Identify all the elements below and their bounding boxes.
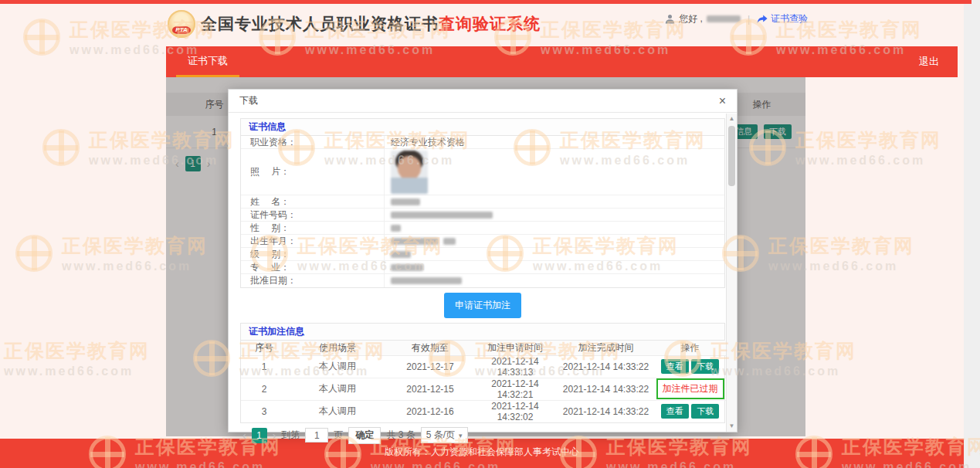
share-arrow-icon (757, 15, 768, 24)
copyright-text: 版权所有：人力资源和社会保障部人事考试中心 (385, 446, 579, 468)
portrait-photo-blurred (391, 151, 428, 194)
field-value: 经济专业技术资格 (385, 136, 724, 149)
col-complete-time: 加注完成时间 (558, 341, 654, 355)
user-bar: 您好 , | 证书查验 (665, 12, 808, 25)
cell-seq: 2 (241, 378, 287, 400)
scroll-down-icon[interactable]: ▼ (727, 421, 737, 432)
cert-verify-link[interactable]: 证书查验 (757, 12, 808, 25)
cert-info-section-title: 证书信息 (241, 119, 724, 136)
field-label: 专 业： (241, 261, 385, 273)
field-row-id-number: 证件号码： (241, 209, 724, 222)
field-label: 职业资格： (241, 136, 385, 148)
cell-applied: 2021-12-14 14:32:21 (473, 378, 558, 400)
field-row-qualification: 职业资格： 经济专业技术资格 (241, 136, 724, 149)
cell-scene: 本人调用 (287, 378, 388, 400)
modal-body: 证书信息 职业资格： 经济专业技术资格 照 片： 姓 名： 证件号码： 性 别： (240, 114, 725, 444)
next-page-arrow[interactable]: › (273, 429, 276, 442)
confirm-button[interactable]: 确定 (348, 427, 381, 444)
cell-seq: 1 (241, 355, 287, 378)
modal-header: 下载 × (229, 90, 737, 113)
modal-pagination: ‹ 1 › 到第 页 确定 共 3 条 5 条/页 ▾ (240, 427, 725, 444)
cell-applied: 2021-12-14 14:32:02 (473, 400, 558, 422)
site-title-accent: 查询验证系统 (439, 13, 541, 35)
brand-header: PTA 全国专业技术人员职业资格证书 查询验证系统 (168, 10, 541, 38)
tab-cert-download[interactable]: 证书下载 (176, 46, 239, 77)
med66-logo-icon (42, 129, 80, 166)
cell-applied: 2021-12-14 14:33:13 (473, 355, 558, 378)
user-icon (665, 14, 675, 24)
cell-completed: 2021-12-14 14:33:22 (558, 400, 654, 422)
col-scene: 使用场景 (287, 341, 388, 355)
med66-logo-icon (15, 235, 53, 272)
cell-completed: 2021-12-14 14:33:22 (558, 378, 654, 400)
greeting-text: 您好 , (679, 12, 703, 25)
annotation-row-1: 1 本人调用 2021-12-17 2021-12-14 14:33:13 20… (241, 355, 726, 378)
value-redacted (391, 277, 462, 284)
col-apply-time: 加注申请时间 (473, 341, 558, 355)
modal-title: 下载 (239, 94, 258, 107)
username-redacted (707, 15, 741, 22)
field-label: 姓 名： (241, 195, 385, 208)
field-label: 证件号码： (241, 209, 385, 221)
top-accent-bar (0, 0, 972, 4)
value-redacted (391, 264, 423, 271)
view-button[interactable]: 查看 (661, 404, 689, 419)
field-row-gender: 性 别： (241, 222, 724, 235)
cell-valid: 2021-12-16 (388, 400, 473, 422)
prev-page-arrow[interactable]: ‹ (242, 429, 246, 442)
annotation-section: 证书加注信息 序号 使用场景 有效期至 加注申请时间 加注完成时间 操作 1 (240, 323, 725, 423)
cell-valid: 2021-12-17 (388, 355, 473, 378)
field-label: 性 别： (241, 222, 385, 234)
cell-scene: 本人调用 (287, 400, 388, 422)
med66-watermark: 正保医学教育网www.med66.com (0, 338, 150, 378)
field-row-major: 专 业： (241, 261, 724, 274)
download-button[interactable]: 下载 (691, 404, 719, 419)
field-label: 批准日期： (241, 274, 385, 287)
cell-seq: 3 (241, 400, 287, 422)
annotation-row-3: 3 本人调用 2021-12-16 2021-12-14 14:32:02 20… (241, 400, 726, 422)
pta-logo-text: PTA (172, 26, 190, 34)
download-modal: 下载 × ▲ ▼ 证书信息 职业资格： 经济专业技术资格 照 片： 姓 名： 证… (228, 89, 738, 432)
annotation-table: 序号 使用场景 有效期至 加注申请时间 加注完成时间 操作 1 本人调用 202… (241, 341, 726, 422)
site-title: 全国专业技术人员职业资格证书 (201, 13, 439, 35)
modal-scrollbar[interactable]: ▲ ▼ (726, 114, 737, 432)
value-redacted (391, 198, 420, 205)
expired-status-highlighted: 加注件已过期 (656, 378, 724, 399)
logout-button[interactable]: 退出 (919, 46, 939, 77)
page-1-button[interactable]: 1 (252, 428, 267, 443)
goto-prefix: 到第 (281, 429, 300, 442)
cell-scene: 本人调用 (287, 355, 388, 378)
page-size-select[interactable]: 5 条/页 ▾ (421, 427, 468, 443)
med66-logo-icon (23, 19, 60, 56)
chevron-down-icon: ▾ (459, 432, 463, 439)
col-valid-until: 有效期至 (388, 341, 473, 355)
field-row-birth: 出生年月： (241, 235, 724, 248)
scroll-up-icon[interactable]: ▲ (727, 114, 737, 124)
cert-verify-label: 证书查验 (771, 12, 808, 25)
value-redacted (391, 251, 411, 258)
cert-info-section: 证书信息 职业资格： 经济专业技术资格 照 片： 姓 名： 证件号码： 性 别： (240, 118, 725, 288)
apply-annotation-button[interactable]: 申请证书加注 (444, 293, 521, 318)
goto-page-input[interactable] (305, 428, 328, 443)
browser-scrollbar-gutter[interactable] (964, 0, 980, 468)
close-icon[interactable]: × (719, 95, 726, 107)
col-seq: 序号 (241, 341, 287, 355)
view-button[interactable]: 查看 (661, 359, 689, 374)
cell-valid: 2021-12-15 (388, 378, 473, 400)
field-label: 照 片： (241, 149, 385, 195)
scrollbar-thumb[interactable] (728, 126, 735, 186)
value-redacted (391, 212, 493, 219)
total-count: 共 3 条 (386, 429, 415, 442)
field-row-photo: 照 片： (241, 149, 724, 195)
field-label: 级 别： (241, 248, 385, 260)
divider: | (748, 14, 750, 25)
page-size-value: 5 条/页 (426, 429, 455, 442)
goto-suffix: 页 (334, 429, 343, 442)
annotation-row-2: 2 本人调用 2021-12-15 2021-12-14 14:32:21 20… (241, 378, 726, 400)
pta-logo-icon: PTA (168, 10, 195, 38)
field-label: 出生年月： (241, 235, 385, 247)
field-row-name: 姓 名： (241, 195, 724, 209)
annotation-section-title: 证书加注信息 (241, 324, 724, 341)
value-redacted (391, 238, 439, 245)
download-button[interactable]: 下载 (691, 359, 719, 374)
